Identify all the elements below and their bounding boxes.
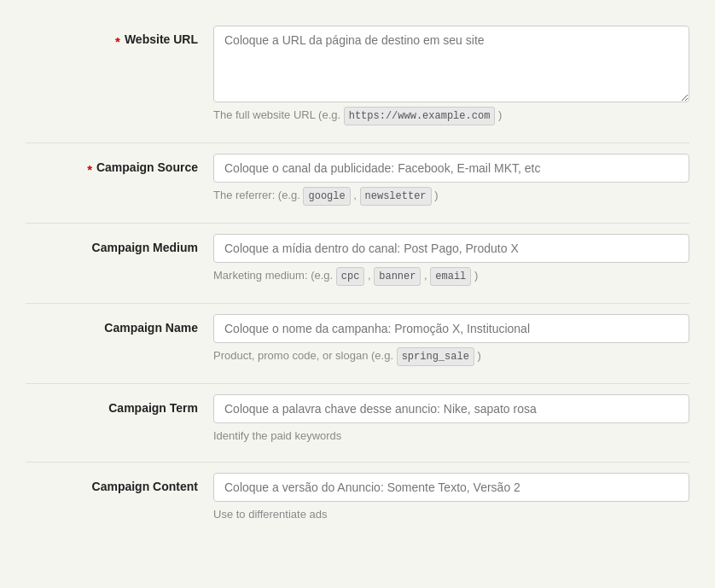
hint-code-tag: email	[430, 267, 471, 286]
label-col-campaign-source: * Campaign Source	[26, 154, 213, 178]
hint-prefix: Product, promo code, or slogan (e.g.	[213, 349, 397, 362]
field-label-campaign-source: Campaign Source	[96, 160, 198, 174]
hint-prefix: The full website URL (e.g.	[213, 108, 344, 121]
label-col-campaign-content: Campaign Content	[26, 473, 213, 493]
hint-campaign-term: Identify the paid keywords	[213, 428, 689, 445]
row-divider	[26, 223, 689, 224]
input-campaign-medium[interactable]	[213, 234, 689, 263]
row-divider	[26, 143, 689, 143]
input-campaign-name[interactable]	[213, 314, 689, 343]
hint-separator: ,	[351, 189, 360, 201]
input-campaign-content[interactable]	[213, 473, 689, 502]
hint-code-tag: spring_sale	[397, 347, 474, 366]
input-campaign-source[interactable]	[213, 154, 689, 183]
input-col-campaign-content: Use to differentiate ads	[213, 473, 689, 523]
utm-form: * Website URLThe full website URL (e.g. …	[26, 17, 689, 531]
hint-suffix: )	[432, 189, 439, 201]
input-col-campaign-medium: Marketing medium: (e.g. cpc , banner , e…	[213, 234, 689, 286]
hint-prefix: Marketing medium: (e.g.	[213, 269, 336, 282]
hint-code-tag: https://www.example.com	[344, 107, 496, 125]
input-col-campaign-name: Product, promo code, or slogan (e.g. spr…	[213, 314, 689, 366]
form-row-campaign-content: Campaign ContentUse to differentiate ads	[26, 464, 689, 532]
hint-campaign-content: Use to differentiate ads	[213, 506, 689, 523]
form-row-campaign-term: Campaign TermIdentify the paid keywords	[26, 386, 689, 453]
input-col-campaign-term: Identify the paid keywords	[213, 394, 689, 445]
hint-website-url: The full website URL (e.g. https://www.e…	[213, 107, 689, 125]
label-col-campaign-term: Campaign Term	[26, 394, 213, 415]
required-star: *	[115, 32, 120, 50]
field-label-website-url: Website URL	[125, 32, 198, 46]
hint-campaign-medium: Marketing medium: (e.g. cpc , banner , e…	[213, 267, 689, 286]
hint-suffix: )	[495, 108, 502, 121]
hint-code-tag: newsletter	[360, 187, 432, 206]
field-label-campaign-medium: Campaign Medium	[92, 241, 198, 254]
hint-separator: ,	[421, 269, 430, 282]
hint-prefix: Use to differentiate ads	[213, 508, 327, 521]
hint-suffix: )	[471, 269, 478, 282]
hint-campaign-name: Product, promo code, or slogan (e.g. spr…	[213, 347, 689, 366]
hint-prefix: The referrer: (e.g.	[213, 189, 303, 201]
label-col-website-url: * Website URL	[26, 26, 213, 50]
form-row-website-url: * Website URLThe full website URL (e.g. …	[26, 17, 689, 134]
label-col-campaign-name: Campaign Name	[26, 314, 213, 335]
label-col-campaign-medium: Campaign Medium	[26, 234, 213, 254]
hint-separator: ,	[364, 269, 374, 282]
hint-code-tag: cpc	[336, 267, 365, 286]
field-label-campaign-content: Campaign Content	[92, 480, 198, 493]
input-col-website-url: The full website URL (e.g. https://www.e…	[213, 26, 689, 125]
hint-prefix: Identify the paid keywords	[213, 429, 341, 442]
hint-campaign-source: The referrer: (e.g. google , newsletter …	[213, 187, 689, 206]
hint-suffix: )	[474, 349, 481, 362]
form-row-campaign-name: Campaign NameProduct, promo code, or slo…	[26, 306, 689, 375]
input-website-url[interactable]	[213, 26, 689, 102]
row-divider	[26, 383, 689, 384]
hint-code-tag: banner	[374, 267, 421, 286]
form-row-campaign-source: * Campaign SourceThe referrer: (e.g. goo…	[26, 145, 689, 214]
form-row-campaign-medium: Campaign MediumMarketing medium: (e.g. c…	[26, 225, 689, 294]
input-campaign-term[interactable]	[213, 394, 689, 423]
field-label-campaign-name: Campaign Name	[104, 321, 198, 335]
row-divider	[26, 303, 689, 304]
required-star: *	[87, 160, 92, 178]
field-label-campaign-term: Campaign Term	[108, 401, 198, 415]
row-divider	[26, 462, 689, 463]
input-col-campaign-source: The referrer: (e.g. google , newsletter …	[213, 154, 689, 206]
hint-code-tag: google	[303, 187, 350, 206]
